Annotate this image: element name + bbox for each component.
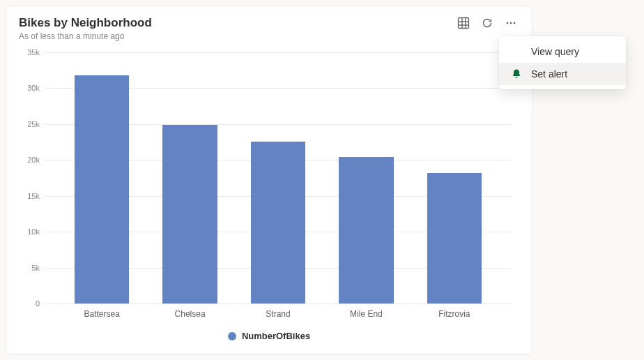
header-actions xyxy=(457,16,518,30)
svg-point-7 xyxy=(514,22,516,24)
bar-column: Battersea xyxy=(58,52,146,303)
svg-point-6 xyxy=(510,22,512,24)
chart-area: 05k10k15k20k25k30k35k BatterseaChelseaSt… xyxy=(19,50,519,345)
menu-label-set-alert: Set alert xyxy=(531,68,567,80)
bar[interactable] xyxy=(75,75,129,303)
ytick-label: 5k xyxy=(19,264,40,272)
bar-column: Mile End xyxy=(322,52,410,303)
xtick-label: Strand xyxy=(266,309,290,319)
chart-title: Bikes by Neighborhood xyxy=(19,16,152,30)
menu-item-view-query[interactable]: View query xyxy=(499,40,626,63)
title-block: Bikes by Neighborhood As of less than a … xyxy=(19,16,152,41)
ytick-label: 30k xyxy=(19,84,40,92)
more-icon[interactable] xyxy=(504,16,518,30)
svg-rect-0 xyxy=(459,18,469,29)
bar[interactable] xyxy=(339,157,393,303)
chart-card: Bikes by Neighborhood As of less than a … xyxy=(6,6,532,354)
bar[interactable] xyxy=(162,125,217,303)
plot-region: 05k10k15k20k25k30k35k BatterseaChelseaSt… xyxy=(45,52,511,303)
bell-icon xyxy=(510,68,523,80)
bar[interactable] xyxy=(251,142,305,303)
ytick-label: 10k xyxy=(19,227,40,236)
bar-column: Chelsea xyxy=(146,52,233,303)
xtick-label: Mile End xyxy=(350,309,383,319)
context-menu: View query Set alert xyxy=(499,36,626,89)
bar-column: Strand xyxy=(234,52,322,303)
bar-column: Fitzrovia xyxy=(411,52,498,303)
menu-label-view-query: View query xyxy=(531,46,579,57)
svg-point-5 xyxy=(507,22,509,24)
xtick-label: Battersea xyxy=(84,309,120,319)
bars-container: BatterseaChelseaStrandMile EndFitzrovia xyxy=(45,52,511,303)
data-view-icon[interactable] xyxy=(457,16,470,30)
ytick-label: 35k xyxy=(19,48,40,57)
xtick-label: Fitzrovia xyxy=(438,309,470,319)
chart-subtitle: As of less than a minute ago xyxy=(19,31,152,41)
legend-swatch xyxy=(228,332,236,340)
bar[interactable] xyxy=(427,173,482,303)
xtick-label: Chelsea xyxy=(175,309,206,319)
refresh-icon[interactable] xyxy=(480,16,494,30)
card-header: Bikes by Neighborhood As of less than a … xyxy=(19,16,519,41)
gridline xyxy=(45,303,511,304)
ytick-label: 15k xyxy=(19,192,40,200)
ytick-label: 25k xyxy=(19,120,40,128)
menu-item-set-alert[interactable]: Set alert xyxy=(499,63,626,85)
legend: NumberOfBikes xyxy=(19,331,519,341)
ytick-label: 0 xyxy=(19,299,40,308)
ytick-label: 20k xyxy=(19,156,40,164)
legend-label: NumberOfBikes xyxy=(242,331,310,341)
